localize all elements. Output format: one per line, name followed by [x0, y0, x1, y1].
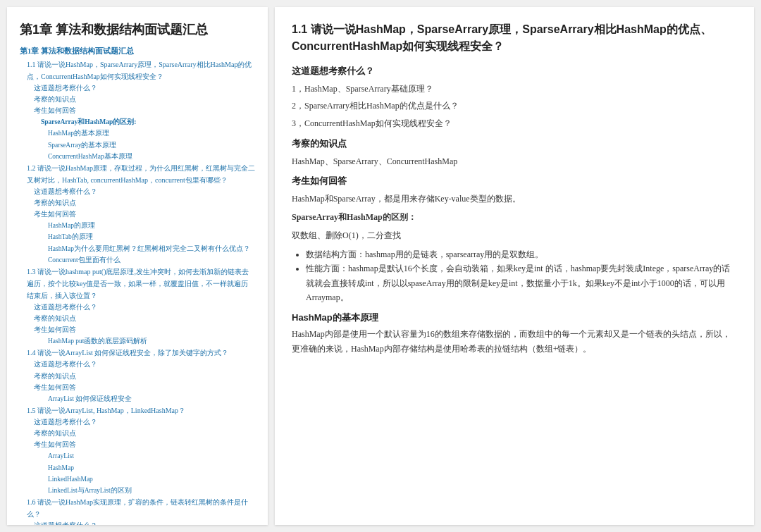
- toc-item-23[interactable]: 这道题想考察什么？: [20, 359, 255, 370]
- toc-item-17[interactable]: 1.3 请说一说hashmap put()底层原理,发生冲突时，如何去渐加新的链…: [20, 266, 255, 302]
- page-container: 第1章 算法和数据结构面试题汇总 第1章 算法和数据结构面试题汇总1.1 请说一…: [7, 7, 754, 525]
- think-item-2: 2，SparseArrary相比HashMap的优点是什么？: [292, 99, 737, 113]
- bullet-item-1: 数据结构方面：hashmap用的是链表，sparsearray用的是双数组。: [306, 247, 737, 261]
- toc-item-34[interactable]: LinkedList与ArrayList的区别: [20, 485, 255, 496]
- toc-item-2[interactable]: 这道题想考察什么？: [20, 82, 255, 94]
- think-item-3: 3，ConcurrentHashMap如何实现线程安全？: [292, 116, 737, 130]
- answer-label: 考生如何回答: [292, 175, 737, 187]
- toc-item-10[interactable]: 这道题想考察什么？: [20, 186, 255, 197]
- toc-item-5[interactable]: SparseArray和HashMap的区别:: [20, 116, 255, 128]
- bullet-list: 数据结构方面：hashmap用的是链表，sparsearray用的是双数组。 性…: [292, 247, 737, 305]
- think-item-1: 1，HashMap、SparseArrary基础原理？: [292, 82, 737, 96]
- hashmap-desc: HashMap内部是使用一个默认容量为16的数组来存储数据的，而数组中的每一个元…: [292, 327, 737, 356]
- toc-item-0[interactable]: 第1章 算法和数据结构面试题汇总: [20, 45, 255, 58]
- toc-item-32[interactable]: HashMap: [20, 462, 255, 474]
- think-label: 这道题想考察什么？: [292, 65, 737, 78]
- toc-item-1[interactable]: 1.1 请说一说HashMap，SparseArrary原理，SparseArr…: [20, 58, 255, 82]
- bullet-item-2: 性能方面：hashmap是默认16个长度，会自动装箱，如果key是int 的话，…: [306, 261, 737, 304]
- toc-item-13[interactable]: HashMap的原理: [20, 220, 255, 231]
- toc-item-20[interactable]: 考生如何回答: [20, 324, 255, 335]
- sparse-sub: 双数组、删除O(1)，二分查找: [292, 228, 737, 242]
- toc-item-4[interactable]: 考生如何回答: [20, 105, 255, 116]
- toc-container: 第1章 算法和数据结构面试题汇总1.1 请说一说HashMap，SparseAr…: [20, 45, 255, 525]
- toc-item-12[interactable]: 考生如何回答: [20, 209, 255, 220]
- knowledge-label: 考察的知识点: [292, 137, 737, 150]
- toc-item-27[interactable]: 1.5 请说一说ArrayList, HashMap，LinkedHashMap…: [20, 404, 255, 416]
- toc-item-26[interactable]: ArrayList 如何保证线程安全: [20, 393, 255, 404]
- toc-item-35[interactable]: 1.6 请说一说HashMap实现原理，扩容的条件，链表转红黑树的条件是什么？: [20, 496, 255, 520]
- toc-item-24[interactable]: 考察的知识点: [20, 371, 255, 382]
- hashmap-heading: HashMap的基本原理: [292, 311, 737, 324]
- toc-item-3[interactable]: 考察的知识点: [20, 94, 255, 105]
- toc-item-18[interactable]: 这道题想考察什么？: [20, 302, 255, 313]
- toc-item-31[interactable]: ArrayList: [20, 450, 255, 462]
- toc-item-28[interactable]: 这道题想考察什么？: [20, 416, 255, 428]
- answer-intro: HashMap和SparseArray，都是用来存储Key-value类型的数据…: [292, 192, 737, 206]
- right-panel: 1.1 请说一说HashMap，SparseArrary原理，SparseArr…: [275, 7, 754, 525]
- chapter-title: 第1章 算法和数据结构面试题汇总: [20, 21, 255, 38]
- toc-item-21[interactable]: HashMap put函数的底层源码解析: [20, 335, 255, 347]
- toc-item-25[interactable]: 考生如何回答: [20, 382, 255, 393]
- toc-item-11[interactable]: 考察的知识点: [20, 197, 255, 209]
- toc-item-16[interactable]: Concurrent包里面有什么: [20, 254, 255, 266]
- toc-item-7[interactable]: SparseArray的基本原理: [20, 140, 255, 151]
- toc-item-19[interactable]: 考察的知识点: [20, 313, 255, 324]
- sparse-bold: SparseArray和HashMap的区别：: [292, 210, 737, 224]
- left-panel: 第1章 算法和数据结构面试题汇总 第1章 算法和数据结构面试题汇总1.1 请说一…: [7, 7, 268, 525]
- toc-item-33[interactable]: LinkedHashMap: [20, 474, 255, 485]
- toc-item-8[interactable]: ConcurrentHashMap基本原理: [20, 151, 255, 162]
- section-title: 1.1 请说一说HashMap，SparseArrary原理，SparseArr…: [292, 21, 737, 55]
- toc-item-30[interactable]: 考生如何回答: [20, 439, 255, 450]
- toc-item-15[interactable]: HashMap为什么要用红黑树？红黑树相对完全二叉树有什么优点？: [20, 243, 255, 254]
- knowledge-text: HashMap、SparseArrary、ConcurrentHashMap: [292, 154, 737, 168]
- toc-item-36[interactable]: 这道题想考察什么？: [20, 520, 255, 525]
- toc-item-22[interactable]: 1.4 请说一说ArrayList 如何保证线程安全，除了加关键字的方式？: [20, 347, 255, 359]
- toc-item-6[interactable]: HashMap的基本原理: [20, 128, 255, 139]
- toc-item-14[interactable]: HashTab的原理: [20, 231, 255, 242]
- toc-item-9[interactable]: 1.2 请说一说HashMap原理，存取过程，为什么用红黑树，红黑树与完全二叉树…: [20, 162, 255, 186]
- toc-item-29[interactable]: 考察的知识点: [20, 428, 255, 439]
